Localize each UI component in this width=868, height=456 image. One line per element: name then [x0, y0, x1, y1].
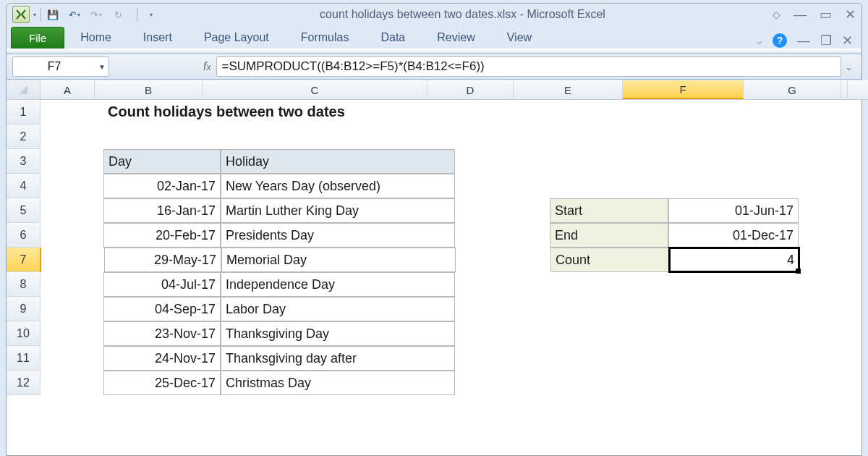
- cell-e4[interactable]: [550, 174, 668, 198]
- cell-c5[interactable]: Martin Luther King Day: [221, 198, 455, 223]
- cell-g4[interactable]: [797, 174, 868, 198]
- cell-f11[interactable]: [668, 346, 797, 371]
- name-box-caret-icon[interactable]: ▼: [95, 63, 109, 71]
- cell-a7[interactable]: [41, 248, 104, 272]
- cell-a8[interactable]: [41, 272, 103, 297]
- cell-f9[interactable]: [668, 297, 797, 321]
- col-header-b[interactable]: B: [95, 80, 203, 99]
- cell-g9[interactable]: [797, 297, 868, 321]
- tab-review[interactable]: Review: [421, 27, 490, 48]
- formula-input[interactable]: =SUMPRODUCT((B4:B12>=F5)*(B4:B12<=F6)): [216, 56, 841, 77]
- cell-d10[interactable]: [455, 321, 550, 346]
- cell-a6[interactable]: [41, 223, 103, 248]
- cell-e3[interactable]: [550, 149, 668, 174]
- cell-a2[interactable]: [41, 124, 103, 149]
- row-header-7[interactable]: 7: [7, 248, 41, 272]
- tab-insert[interactable]: Insert: [127, 27, 188, 48]
- cell-d5[interactable]: [455, 198, 550, 223]
- app-menu-caret-icon[interactable]: ▾: [33, 12, 36, 18]
- select-all-button[interactable]: [7, 80, 41, 99]
- cell-c4[interactable]: New Years Day (observed): [221, 174, 455, 198]
- cell-g2[interactable]: [796, 124, 868, 149]
- cell-a12[interactable]: [41, 371, 103, 395]
- cell-c9[interactable]: Labor Day: [221, 297, 455, 321]
- cell-a4[interactable]: [41, 174, 103, 198]
- excel-app-icon[interactable]: [12, 6, 30, 23]
- cell-f7[interactable]: 4: [669, 248, 799, 272]
- cell-a9[interactable]: [41, 297, 103, 321]
- row-header-8[interactable]: 8: [7, 272, 41, 297]
- minimize-ribbon-icon[interactable]: ◇: [773, 9, 780, 20]
- cell-c2[interactable]: [220, 124, 454, 149]
- cell-d9[interactable]: [455, 297, 550, 321]
- cell-f4[interactable]: [668, 174, 797, 198]
- cell-e9[interactable]: [550, 297, 668, 321]
- cell-g6[interactable]: [799, 223, 868, 248]
- cell-d4[interactable]: [455, 174, 550, 198]
- cell-d11[interactable]: [455, 346, 550, 371]
- cell-e11[interactable]: [550, 346, 668, 371]
- cell-a3[interactable]: [41, 149, 103, 174]
- cell-d1[interactable]: [444, 100, 539, 124]
- cell-f5[interactable]: 01-Jun-17: [668, 198, 799, 223]
- cell-g8[interactable]: [797, 272, 868, 297]
- cell-c6[interactable]: Presidents Day: [221, 223, 455, 248]
- cell-e2[interactable]: [548, 124, 666, 149]
- cell-d12[interactable]: [455, 371, 550, 395]
- cell-f12[interactable]: [668, 371, 797, 395]
- undo-caret-icon[interactable]: ▾: [77, 12, 80, 18]
- cell-c8[interactable]: Independence Day: [221, 272, 455, 297]
- cell-f10[interactable]: [668, 321, 797, 346]
- workbook-close-icon[interactable]: ✕: [842, 33, 853, 48]
- cell-c3[interactable]: Holiday: [221, 149, 455, 174]
- cell-d7[interactable]: [456, 248, 550, 272]
- cell-b1[interactable]: Count holidays between two dates: [103, 100, 444, 124]
- name-box[interactable]: F7 ▼: [12, 56, 109, 77]
- workbook-restore-icon[interactable]: ❐: [820, 33, 832, 48]
- cell-b3[interactable]: Day: [103, 149, 221, 174]
- tab-page-layout[interactable]: Page Layout: [188, 27, 285, 48]
- cell-d6[interactable]: [455, 223, 550, 248]
- cell-f2[interactable]: [666, 124, 796, 149]
- cell-c7[interactable]: Memorial Day: [221, 248, 456, 272]
- row-header-12[interactable]: 12: [7, 371, 41, 395]
- cell-e12[interactable]: [550, 371, 668, 395]
- cell-a5[interactable]: [41, 198, 103, 223]
- cell-f8[interactable]: [668, 272, 797, 297]
- col-header-a[interactable]: A: [41, 80, 95, 99]
- file-tab[interactable]: File: [11, 27, 64, 48]
- col-header-g[interactable]: G: [744, 80, 841, 99]
- cell-b4[interactable]: 02-Jan-17: [103, 174, 221, 198]
- row-header-2[interactable]: 2: [7, 124, 41, 149]
- help-icon[interactable]: ?: [773, 33, 787, 48]
- cell-f1[interactable]: [657, 100, 786, 124]
- col-header-e[interactable]: E: [514, 80, 623, 99]
- cell-b2[interactable]: [103, 124, 220, 149]
- cell-g10[interactable]: [797, 321, 868, 346]
- cell-g11[interactable]: [797, 346, 868, 371]
- row-header-3[interactable]: 3: [7, 149, 41, 174]
- cell-b12[interactable]: 25-Dec-17: [103, 371, 221, 395]
- workbook-minimize-icon[interactable]: ―: [797, 33, 810, 48]
- tab-formulas[interactable]: Formulas: [285, 27, 365, 48]
- cell-f3[interactable]: [668, 149, 797, 174]
- cell-d2[interactable]: [454, 124, 548, 149]
- row-header-9[interactable]: 9: [7, 297, 41, 321]
- cell-b10[interactable]: 23-Nov-17: [103, 321, 221, 346]
- undo-icon[interactable]: ↶▾: [67, 7, 82, 22]
- cell-f6[interactable]: 01-Dec-17: [668, 223, 799, 248]
- save-icon[interactable]: 💾: [46, 7, 60, 22]
- minimize-icon[interactable]: ―: [793, 7, 807, 22]
- cell-g7[interactable]: [799, 248, 868, 272]
- cell-g1[interactable]: [786, 100, 868, 124]
- col-header-d[interactable]: D: [427, 80, 514, 99]
- cell-c10[interactable]: Thanksgiving Day: [221, 321, 455, 346]
- formula-expand-icon[interactable]: ⌄: [841, 62, 856, 72]
- col-header-f[interactable]: F: [623, 80, 744, 99]
- cell-e8[interactable]: [550, 272, 668, 297]
- col-header-c[interactable]: C: [203, 80, 427, 99]
- cell-e5[interactable]: Start: [550, 198, 668, 223]
- cell-b5[interactable]: 16-Jan-17: [103, 198, 221, 223]
- row-header-1[interactable]: 1: [7, 100, 41, 124]
- tab-view[interactable]: View: [491, 27, 548, 48]
